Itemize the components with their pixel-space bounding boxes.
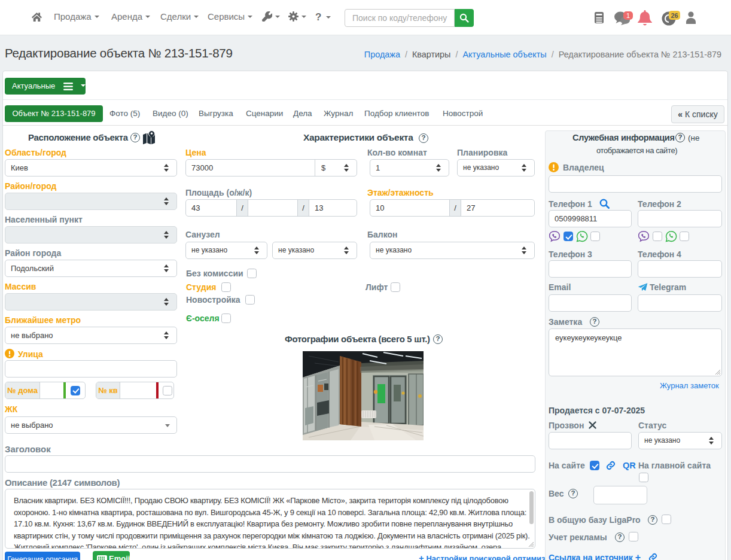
svg-text:1: 1 — [626, 12, 630, 19]
svg-text:26: 26 — [671, 12, 678, 19]
